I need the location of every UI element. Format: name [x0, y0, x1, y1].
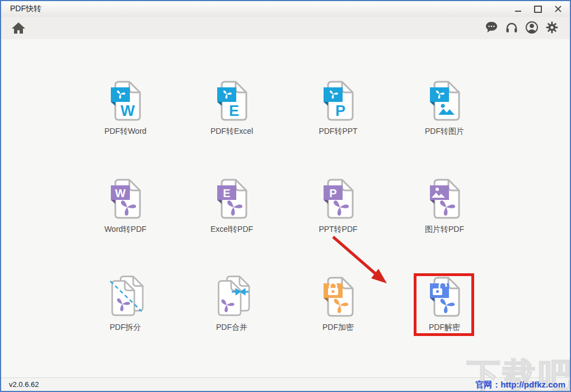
pdf-to-image-icon: [425, 80, 464, 122]
tile-label: PDF拆分: [110, 323, 141, 333]
tile-label: PDF合并: [216, 323, 247, 333]
tool-pdf-to-image[interactable]: PDF转图片: [391, 80, 498, 142]
minimize-button[interactable]: [512, 3, 524, 15]
tile-label: PDF转Excel: [210, 127, 253, 137]
toolbar: [1, 17, 570, 40]
tile-label: 图片转PDF: [425, 225, 464, 235]
title-bar: PDF快转: [1, 1, 570, 17]
pdf-encrypt-icon: [319, 276, 357, 318]
tool-pdf-to-ppt[interactable]: PPDF转PPT: [285, 80, 391, 142]
tool-word-to-pdf[interactable]: WWord转PDF: [72, 178, 179, 240]
pdf-merge-icon: [213, 276, 251, 318]
app-window: PDF快转: [0, 0, 571, 392]
tool-pdf-split[interactable]: PDF拆分: [72, 276, 179, 338]
headset-button[interactable]: [505, 21, 518, 34]
message-icon: [485, 21, 498, 34]
pdf-decrypt-icon: [425, 276, 464, 318]
tile-label: PDF加密: [322, 323, 354, 333]
minimize-icon: [515, 11, 521, 12]
tool-pdf-to-excel[interactable]: EPDF转Excel: [179, 80, 285, 142]
message-button[interactable]: [485, 21, 498, 34]
word-to-pdf-icon: W: [106, 178, 144, 220]
pdf-to-excel-icon: E: [213, 80, 251, 122]
tool-image-to-pdf[interactable]: 图片转PDF: [391, 178, 498, 240]
headset-icon: [505, 21, 518, 34]
settings-icon: [545, 21, 559, 34]
tool-pdf-decrypt[interactable]: PDF解密: [391, 276, 498, 338]
tool-pdf-encrypt[interactable]: PDF加密: [285, 276, 391, 338]
svg-text:P: P: [335, 102, 345, 119]
tool-pdf-merge[interactable]: PDF合并: [179, 276, 285, 338]
pdf-to-word-icon: W: [106, 80, 144, 122]
tool-excel-to-pdf[interactable]: EExcel转PDF: [179, 178, 285, 240]
status-bar: v2.0.6.62 官网：http://pdfkz.com: [1, 377, 570, 391]
window-title: PDF快转: [1, 4, 41, 14]
svg-text:E: E: [223, 187, 230, 199]
tool-pdf-to-word[interactable]: WPDF转Word: [72, 80, 179, 142]
toolbar-right-icons: [485, 21, 559, 34]
account-icon: [525, 21, 539, 34]
website-link[interactable]: 官网：http://pdfkz.com: [475, 380, 565, 390]
pdf-split-icon: [106, 276, 144, 318]
tool-grid: WPDF转WordEPDF转ExcelPPDF转PPTPDF转图片WWord转P…: [72, 80, 498, 338]
home-icon: [11, 21, 26, 35]
maximize-icon: [534, 6, 542, 13]
home-button[interactable]: [11, 21, 26, 35]
main-area: WPDF转WordEPDF转ExcelPPDF转PPTPDF转图片WWord转P…: [1, 39, 570, 378]
settings-button[interactable]: [545, 21, 559, 34]
version-label: v2.0.6.62: [9, 380, 39, 389]
svg-text:W: W: [115, 187, 126, 199]
tool-ppt-to-pdf[interactable]: PPPT转PDF: [285, 178, 391, 240]
close-button[interactable]: [552, 3, 564, 15]
tile-label: PDF转PPT: [319, 127, 357, 137]
tile-label: PPT转PDF: [319, 225, 357, 235]
tile-label: Excel转PDF: [210, 225, 253, 235]
image-to-pdf-icon: [425, 178, 464, 220]
tile-label: PDF转Word: [104, 127, 146, 137]
svg-text:P: P: [329, 187, 336, 199]
svg-text:W: W: [120, 102, 135, 119]
excel-to-pdf-icon: E: [213, 178, 251, 220]
window-controls: [512, 1, 564, 17]
maximize-button[interactable]: [532, 3, 544, 15]
tile-label: Word转PDF: [104, 225, 146, 235]
ppt-to-pdf-icon: P: [319, 178, 357, 220]
close-icon: [555, 6, 561, 12]
tile-label: PDF解密: [429, 323, 460, 333]
account-button[interactable]: [525, 21, 539, 34]
tile-label: PDF转图片: [425, 127, 464, 137]
pdf-to-ppt-icon: P: [319, 80, 357, 122]
svg-text:E: E: [229, 102, 239, 119]
